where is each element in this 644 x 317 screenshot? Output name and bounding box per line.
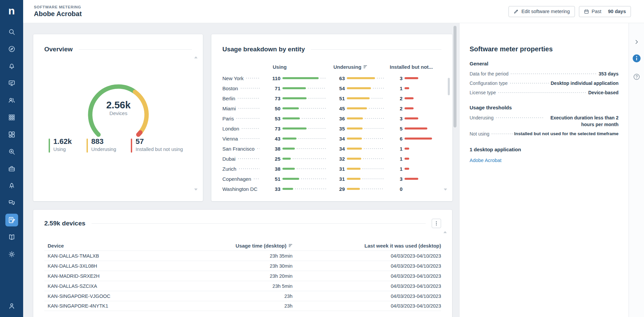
entity-name: Copenhagen [222, 176, 251, 182]
sidebar-nav [5, 25, 18, 261]
entity-row: Vienna43 34 6 [222, 134, 441, 144]
property-value: Device-based [588, 89, 619, 96]
sidebar-item-monitor[interactable] [5, 77, 18, 90]
scroll-down-arrow[interactable] [444, 189, 447, 191]
edit-button-label: Edit software metering [521, 9, 570, 14]
compass-icon [8, 45, 15, 53]
entity-value: 31 [331, 166, 345, 172]
sort-icon [363, 65, 367, 69]
sidebar-item-search[interactable] [5, 25, 18, 38]
dotted-leader [253, 178, 260, 179]
column-installed-not-using: Installed but not... [390, 64, 433, 70]
scroll-up-arrow[interactable] [194, 56, 198, 58]
sidebar-item-bell[interactable] [5, 60, 18, 72]
entity-row: Copenhagen51 31 3 [222, 174, 441, 184]
entity-value: 54 [331, 86, 345, 91]
kebab-menu-icon [434, 221, 439, 226]
property-label: Data for the period [470, 70, 508, 77]
sidebar-item-user[interactable] [5, 300, 18, 312]
entity-value: 51 [267, 176, 280, 182]
properties-section-heading: Usage thresholds [470, 105, 619, 110]
entity-bar [282, 138, 297, 140]
entity-row: Paris53 36 3 [222, 113, 441, 123]
dotted-leader [237, 98, 260, 99]
entity-bar [282, 127, 307, 129]
sidebar-item-users[interactable] [5, 94, 18, 107]
entity-bar [282, 87, 306, 89]
device-row[interactable]: KAN-DALLAS-TMALXB 23h 35min 04/03/2023-0… [44, 251, 441, 261]
sidebar-item-book[interactable] [5, 231, 18, 244]
dotted-leader [362, 168, 384, 169]
entity-value: 1 [389, 146, 402, 152]
column-usage-time-sort[interactable]: Usage time (desktop) [185, 243, 292, 249]
sidebar-item-software-metering[interactable] [5, 214, 18, 226]
devices-rows: KAN-DALLAS-TMALXB 23h 35min 04/03/2023-0… [44, 251, 441, 311]
entity-value: 1 [389, 166, 402, 172]
legend-item: 57 Installed but not using [131, 138, 183, 153]
device-row[interactable]: KAN-DALLAS-SZCIXA 23h 5min 04/03/2023-04… [44, 281, 441, 291]
device-row[interactable]: KAN-MADRID-SRXE2H 23h 20min 04/03/2023-0… [44, 271, 441, 281]
device-usage-time: 23h [185, 294, 292, 299]
entity-value: 110 [267, 75, 280, 81]
properties-title: Software meter properties [470, 45, 619, 53]
side-rail [629, 23, 644, 317]
dotted-leader [363, 148, 384, 149]
sidebar-item-chat[interactable] [5, 197, 18, 209]
device-last-week: 04/03/2023-04/10/2023 [292, 263, 441, 269]
entity-bar [282, 148, 295, 150]
title-divider [92, 223, 426, 224]
adobe-acrobat-link[interactable]: Adobe Acrobat [470, 158, 501, 163]
entity-row: Washington DC33 29 0 [222, 184, 441, 194]
entity-name: Vienna [222, 136, 238, 142]
dotted-leader [294, 189, 326, 189]
sidebar-item-compass[interactable] [5, 43, 18, 55]
entity-bar [405, 127, 427, 129]
device-last-week: 04/03/2023-04/10/2023 [292, 303, 441, 309]
info-tab-button[interactable] [632, 54, 641, 63]
period-prefix: Past [592, 9, 601, 14]
sidebar-item-rocket[interactable] [5, 179, 18, 192]
entity-bar [405, 117, 418, 119]
sidebar-item-grid[interactable] [5, 111, 18, 124]
dotted-leader [361, 189, 384, 189]
entity-bar [405, 168, 409, 170]
scroll-up-arrow[interactable] [443, 231, 447, 233]
topbar: SOFTWARE METERING Abobe Acrobat Edit sof… [23, 0, 644, 23]
sidebar-item-gear[interactable] [5, 248, 18, 261]
dotted-leader [298, 138, 326, 139]
column-underusing-sort[interactable]: Underusing [331, 64, 384, 70]
dotted-leader [371, 98, 384, 99]
device-row[interactable]: KAN-SINGAPORE-4NYTK1 23h 04/03/2023-04/1… [44, 301, 441, 311]
sidebar-item-dashboard-tiles[interactable] [5, 128, 18, 141]
property-row: Data for the period 353 days [470, 69, 619, 78]
entity-value: 43 [267, 136, 280, 142]
entity-name: San Francisco [222, 146, 255, 152]
question-mark-icon [633, 73, 640, 80]
devices-menu-button[interactable] [432, 219, 441, 228]
user-icon [8, 302, 15, 310]
collapse-panel-button[interactable] [634, 39, 640, 45]
entity-bar [347, 138, 362, 140]
entity-value: 63 [331, 75, 345, 81]
gauge-legend: 1.62k Using 883 Underusing 57 Installed … [49, 138, 183, 153]
sort-icon [288, 244, 292, 248]
entity-value: 29 [331, 186, 345, 192]
dotted-leader [372, 88, 384, 89]
entity-value: 51 [331, 96, 345, 101]
period-selector-button[interactable]: Past 90 days [579, 6, 631, 17]
entity-value: 2 [389, 96, 402, 101]
sidebar-item-toolbox[interactable] [5, 162, 18, 175]
entity-value: 34 [331, 146, 345, 152]
properties-section-heading: General [470, 61, 619, 66]
entity-name: Washington DC [222, 186, 258, 192]
chat-icon [8, 199, 15, 207]
app-logo[interactable]: n [8, 0, 15, 21]
scroll-down-arrow[interactable] [194, 189, 198, 191]
entity-scrollbar[interactable] [448, 78, 450, 95]
edit-software-metering-button[interactable]: Edit software metering [508, 6, 575, 17]
help-button[interactable] [633, 73, 640, 80]
main-scrollbar[interactable] [453, 26, 457, 127]
sidebar-item-search-insights[interactable] [5, 145, 18, 158]
device-row[interactable]: KAN-SINGAPORE-VJGOOC 23h 04/03/2023-04/1… [44, 291, 441, 301]
device-row[interactable]: KAN-DALLAS-3XL08H 23h 30min 04/03/2023-0… [44, 261, 441, 271]
